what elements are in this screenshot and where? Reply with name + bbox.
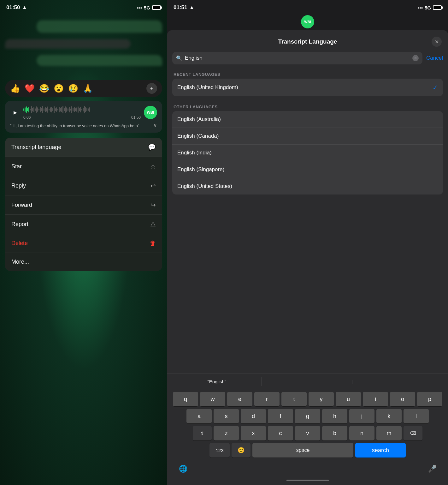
- search-input-wrap: 🔍 ✕: [172, 52, 422, 64]
- suggestion-2[interactable]: [263, 380, 353, 384]
- key-g[interactable]: g: [295, 409, 320, 423]
- left-status-bar: 01:50 ▲ ▪▪▪ 5G: [0, 0, 167, 14]
- bar: [71, 106, 72, 113]
- key-f[interactable]: f: [268, 409, 293, 423]
- key-m[interactable]: m: [376, 426, 402, 440]
- menu-item-delete[interactable]: Delete 🗑: [5, 234, 162, 253]
- bar: [40, 107, 41, 112]
- menu-item-transcript-language[interactable]: Transcript language 💬: [5, 138, 162, 157]
- bar: [74, 107, 75, 112]
- key-d[interactable]: d: [241, 409, 266, 423]
- key-l[interactable]: l: [404, 409, 429, 423]
- bar: [37, 107, 38, 112]
- bar: [81, 109, 82, 111]
- key-c[interactable]: c: [268, 426, 293, 440]
- lang-name-english-ca: English (Canada): [177, 133, 219, 139]
- lang-name-english-uk: English (United Kingdom): [177, 84, 238, 91]
- transcript-language-label: Transcript language: [11, 144, 61, 151]
- key-w[interactable]: w: [200, 392, 225, 406]
- bar: [26, 106, 27, 113]
- signal-bars-icon: ▪▪▪: [137, 5, 142, 10]
- close-button[interactable]: ✕: [432, 37, 442, 47]
- bar: [31, 106, 32, 113]
- sender-avatar: WBI: [144, 106, 157, 119]
- key-microphone[interactable]: 🎤: [423, 462, 442, 476]
- key-k[interactable]: k: [376, 409, 402, 423]
- menu-item-forward[interactable]: Forward ↪: [5, 195, 162, 215]
- battery-tip: [161, 7, 162, 9]
- key-delete[interactable]: ⌫: [404, 426, 422, 440]
- bar: [88, 108, 89, 111]
- bar: [28, 107, 29, 112]
- emoji-pray[interactable]: 🙏: [83, 84, 93, 93]
- key-q[interactable]: q: [173, 392, 198, 406]
- bar: [79, 108, 80, 111]
- emoji-laugh[interactable]: 😂: [39, 84, 49, 93]
- bar: [33, 107, 34, 112]
- emoji-thumbsup[interactable]: 👍: [10, 84, 20, 93]
- chevron-down-icon[interactable]: ∨: [153, 122, 157, 128]
- waveform: 0:06 01:50: [23, 105, 141, 120]
- lang-item-english-sg[interactable]: English (Singapore): [172, 161, 443, 178]
- suggestion-1[interactable]: "English": [172, 377, 262, 386]
- key-b[interactable]: b: [322, 426, 347, 440]
- emoji-reaction-bar: 👍 ❤️ 😂 😮 😢 🙏 +: [5, 80, 162, 97]
- play-button[interactable]: ▶: [10, 107, 20, 117]
- search-icon: 🔍: [176, 55, 182, 61]
- suggestion-bar: "English": [167, 374, 448, 389]
- bar: [42, 106, 43, 113]
- close-icon: ✕: [435, 39, 439, 45]
- left-status-right: ▪▪▪ 5G: [137, 5, 161, 10]
- key-search[interactable]: search: [355, 443, 406, 458]
- lang-item-english-au[interactable]: English (Australia): [172, 111, 443, 128]
- key-i[interactable]: i: [363, 392, 388, 406]
- clear-button[interactable]: ✕: [412, 55, 419, 61]
- key-emoji[interactable]: 😊: [232, 443, 251, 458]
- emoji-cry[interactable]: 😢: [68, 84, 78, 93]
- bar: [36, 106, 37, 113]
- key-z[interactable]: z: [214, 426, 239, 440]
- menu-item-report[interactable]: Report ⚠: [5, 215, 162, 234]
- key-h[interactable]: h: [322, 409, 347, 423]
- bar: [41, 108, 42, 111]
- forward-icon: ↪: [150, 201, 156, 209]
- menu-item-star[interactable]: Star ☆: [5, 157, 162, 176]
- waveform-bars: [23, 105, 141, 114]
- key-p[interactable]: p: [417, 392, 442, 406]
- key-n[interactable]: n: [349, 426, 374, 440]
- lang-item-english-in[interactable]: English (India): [172, 145, 443, 161]
- cancel-button[interactable]: Cancel: [426, 55, 443, 61]
- key-s[interactable]: s: [214, 409, 239, 423]
- key-e[interactable]: e: [227, 392, 252, 406]
- lang-item-english-ca[interactable]: English (Canada): [172, 128, 443, 145]
- menu-item-more[interactable]: More...: [5, 253, 162, 271]
- star-icon: ☆: [150, 163, 156, 170]
- key-o[interactable]: o: [390, 392, 415, 406]
- lang-item-english-uk[interactable]: English (United Kingdom) ✓: [172, 79, 443, 96]
- suggestion-3[interactable]: [354, 380, 443, 384]
- key-u[interactable]: u: [336, 392, 361, 406]
- key-r[interactable]: r: [254, 392, 280, 406]
- menu-item-reply[interactable]: Reply ↩: [5, 176, 162, 195]
- key-v[interactable]: v: [295, 426, 320, 440]
- emoji-heart[interactable]: ❤️: [25, 84, 35, 93]
- key-t[interactable]: t: [281, 392, 307, 406]
- key-a[interactable]: a: [186, 409, 212, 423]
- emoji-more-button[interactable]: +: [146, 83, 157, 94]
- lang-item-english-us[interactable]: English (United States): [172, 178, 443, 195]
- key-numbers[interactable]: 123: [209, 443, 230, 458]
- right-battery-tip: [442, 7, 443, 9]
- search-input[interactable]: [185, 55, 410, 61]
- emoji-keyboard-icon: 😊: [238, 447, 245, 454]
- emoji-wow[interactable]: 😮: [54, 84, 64, 93]
- key-globe[interactable]: 🌐: [174, 462, 192, 476]
- key-x[interactable]: x: [241, 426, 266, 440]
- right-battery-fill: [433, 6, 441, 9]
- key-space[interactable]: space: [252, 443, 353, 458]
- delete-label: Delete: [11, 240, 28, 247]
- key-y[interactable]: y: [309, 392, 334, 406]
- key-shift[interactable]: ⇧: [193, 426, 212, 440]
- right-status-right: ▪▪▪ 5G: [418, 5, 442, 10]
- avatar-text: WBI: [147, 110, 154, 115]
- key-j[interactable]: j: [349, 409, 374, 423]
